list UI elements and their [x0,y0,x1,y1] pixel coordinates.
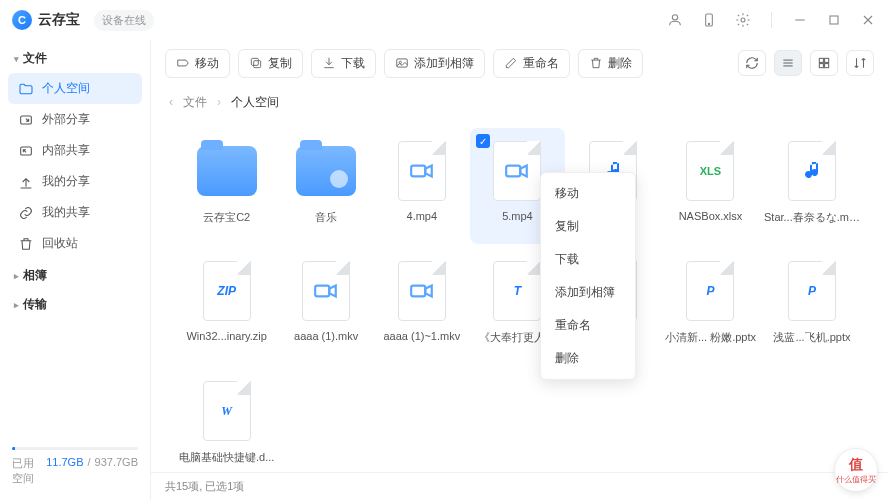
minimize-icon[interactable] [792,12,808,28]
file-item[interactable]: XLSNASBox.xlsx [661,128,760,244]
file-name: 小清新... 粉嫩.pptx [665,330,756,345]
svg-rect-23 [315,286,329,297]
svg-rect-5 [830,16,838,24]
file-item[interactable]: P小清新... 粉嫩.pptx [661,248,760,364]
share-out-icon [18,112,34,128]
chevron-right-icon: ▸ [14,271,19,281]
svg-rect-20 [825,64,829,68]
move-button[interactable]: 移动 [165,49,230,78]
file-name: 5.mp4 [502,210,533,222]
storage-info: 已用空间 11.7GB/937.7GB [8,441,142,496]
file-name: Star...春奈るな.mp3 [764,210,860,225]
download-button[interactable]: 下载 [311,49,376,78]
device-status-badge: 设备在线 [94,10,154,31]
folder-icon [18,81,34,97]
file-thumb [296,256,356,326]
file-thumb: W [197,376,257,446]
file-thumb [197,136,257,206]
breadcrumb-root[interactable]: 文件 [183,94,207,111]
file-name: Win32...inary.zip [186,330,267,342]
context-menu-item[interactable]: 复制 [541,210,635,243]
file-thumb: T [487,256,547,326]
sidebar-group-files[interactable]: ▾文件 [8,44,142,73]
file-thumb [392,256,452,326]
file-name: NASBox.xlsx [679,210,743,222]
file-item[interactable]: W电脑基础快捷键.d... [175,368,278,472]
delete-button[interactable]: 删除 [578,49,643,78]
sidebar-item-我的共享[interactable]: 我的共享 [8,197,142,228]
context-menu-item[interactable]: 添加到相簿 [541,276,635,309]
maximize-icon[interactable] [826,12,842,28]
close-icon[interactable] [860,12,876,28]
mobile-icon[interactable] [701,12,717,28]
chevron-right-icon: ▸ [14,300,19,310]
file-item[interactable]: aaaa (1).mkv [278,248,374,364]
app-name: 云存宝 [38,11,80,29]
breadcrumb-current[interactable]: 个人空间 [231,94,279,111]
sidebar-group-albums[interactable]: ▸相簿 [8,261,142,290]
sidebar-item-回收站[interactable]: 回收站 [8,228,142,259]
sort-button[interactable] [846,50,874,76]
context-menu-item[interactable]: 重命名 [541,309,635,342]
context-menu-item[interactable]: 删除 [541,342,635,375]
rename-button[interactable]: 重命名 [493,49,570,78]
breadcrumb: ‹ 文件 › 个人空间 [151,86,888,118]
file-thumb: XLS [680,136,740,206]
trash-icon [18,236,34,252]
file-item[interactable]: aaaa (1)~1.mkv [374,248,470,364]
file-thumb [392,136,452,206]
logo-icon: C [12,10,32,30]
file-item[interactable]: 音乐 [278,128,374,244]
file-name: aaaa (1).mkv [294,330,358,342]
file-item[interactable]: 云存宝C2 [175,128,278,244]
file-name: 浅蓝...飞机.pptx [773,330,850,345]
file-thumb: ZIP [197,256,257,326]
svg-rect-11 [251,58,258,65]
file-grid: 云存宝C2音乐4.mp45.mp4梅治.flacXLSNASBox.xlsxSt… [151,118,888,472]
file-thumb [487,136,547,206]
svg-point-2 [708,23,709,24]
file-item[interactable]: 4.mp4 [374,128,470,244]
file-name: 云存宝C2 [203,210,250,225]
view-grid-button[interactable] [810,50,838,76]
link-icon [18,205,34,221]
add-to-album-button[interactable]: 添加到相簿 [384,49,485,78]
upload-icon [18,174,34,190]
account-icon[interactable] [667,12,683,28]
app-logo: C 云存宝 [12,10,80,30]
file-thumb [782,136,842,206]
refresh-button[interactable] [738,50,766,76]
sidebar-item-我的分享[interactable]: 我的分享 [8,166,142,197]
file-item[interactable]: Star...春奈るな.mp3 [760,128,864,244]
sidebar: ▾文件 个人空间外部分享内部共享我的分享我的共享回收站 ▸相簿 ▸传输 已用空间… [0,40,150,500]
file-name: aaaa (1)~1.mkv [383,330,460,342]
svg-point-0 [672,15,677,20]
file-name: 4.mp4 [407,210,438,222]
svg-rect-9 [21,147,32,155]
file-name: 音乐 [315,210,337,225]
sidebar-item-外部分享[interactable]: 外部分享 [8,104,142,135]
context-menu-item[interactable]: 下载 [541,243,635,276]
sidebar-group-transfers[interactable]: ▸传输 [8,290,142,319]
settings-icon[interactable] [735,12,751,28]
svg-rect-8 [21,116,32,124]
copy-button[interactable]: 复制 [238,49,303,78]
file-thumb: P [782,256,842,326]
file-name: 电脑基础快捷键.d... [179,450,274,465]
svg-rect-21 [411,166,425,177]
context-menu-item[interactable]: 移动 [541,177,635,210]
context-menu: 移动复制下载添加到相簿重命名删除 [540,172,636,380]
statusbar: 共15项, 已选1项 [151,472,888,500]
chevron-down-icon: ▾ [14,54,19,64]
file-item[interactable]: ZIPWin32...inary.zip [175,248,278,364]
file-thumb [296,136,356,206]
sidebar-item-内部共享[interactable]: 内部共享 [8,135,142,166]
sidebar-item-个人空间[interactable]: 个人空间 [8,73,142,104]
breadcrumb-back[interactable]: ‹ [169,95,173,109]
svg-rect-24 [411,286,425,297]
view-list-button[interactable] [774,50,802,76]
svg-rect-22 [507,166,521,177]
svg-rect-10 [254,61,261,68]
file-thumb: P [680,256,740,326]
file-item[interactable]: P浅蓝...飞机.pptx [760,248,864,364]
